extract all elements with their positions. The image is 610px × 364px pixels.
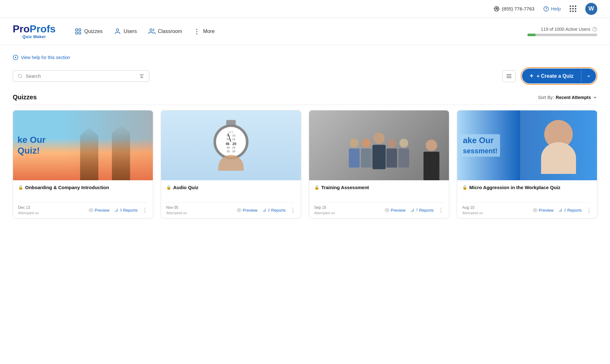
active-users-help-icon[interactable] — [592, 27, 597, 32]
card-body: 🔒 Audio Quiz Nov 05 Attempted on Preview — [161, 180, 301, 218]
lock-icon: 🔒 — [462, 185, 467, 190]
card-more-button[interactable]: ⋮ — [290, 207, 296, 213]
nav-users[interactable]: Users — [114, 28, 137, 35]
reports-button[interactable]: 7 Reports — [410, 208, 434, 213]
card-image: ke OurQuiz! — [13, 110, 153, 180]
card-title: 🔒 Onboarding & Company Introduction — [18, 185, 148, 199]
date-section: Sep 15 Attempted on — [314, 205, 335, 215]
card-title: 🔒 Audio Quiz — [166, 185, 296, 199]
card-footer: Aug 10 Attempted on Preview 2 Reports — [462, 202, 592, 215]
card-image-sunset: ke OurQuiz! — [13, 110, 153, 180]
search-box[interactable] — [13, 70, 149, 82]
logo-subtitle: Quiz Maker — [13, 35, 56, 39]
phone-number[interactable]: (855) 776-7763 — [494, 6, 535, 12]
svg-rect-3 — [76, 29, 78, 30]
list-icon — [506, 73, 512, 79]
sort-chevron-icon — [593, 95, 597, 100]
card-title: 🔒 Micro Aggression in the Workplace Quiz — [462, 185, 592, 199]
card-actions: Preview 7 Reports ⋮ — [385, 207, 444, 213]
card-title: 🔒 Training Assessment — [314, 185, 444, 199]
reports-button[interactable]: 2 Reports — [558, 208, 582, 213]
svg-point-26 — [239, 210, 240, 211]
phone-icon — [494, 6, 499, 12]
svg-rect-5 — [76, 32, 78, 34]
card-footer: Dec 13 Attempted on Preview 3 Reports — [18, 202, 148, 215]
svg-point-30 — [387, 210, 388, 211]
preview-button[interactable]: Preview — [237, 208, 257, 213]
svg-rect-6 — [79, 32, 81, 34]
lock-icon: 🔒 — [314, 185, 319, 190]
card-image: 60 5 55 10 50 15 45 20 40 25 35 30 — [161, 110, 301, 180]
logo-profs: Profs — [30, 23, 56, 35]
reports-button[interactable]: 2 Reports — [262, 208, 286, 213]
quizzes-header: Quizzes Sort By: Recent Attempts — [13, 94, 597, 105]
apps-grid-icon[interactable] — [570, 5, 576, 12]
nav-quizzes[interactable]: Quizzes — [75, 28, 103, 35]
help-link[interactable]: Help — [543, 6, 561, 12]
progress-bar-fill — [527, 34, 536, 36]
nav-bar: Pro Profs Quiz Maker Quizzes Users Class… — [0, 18, 610, 45]
svg-point-13 — [18, 74, 22, 78]
card-image-assessment: ake Oursessment! — [457, 110, 597, 180]
quiz-card: ake Oursessment! 🔒 Micro Aggression in t… — [457, 110, 597, 218]
chevron-down-icon — [586, 74, 591, 78]
date-section: Aug 10 Attempted on — [462, 205, 483, 215]
reports-button[interactable]: 3 Reports — [114, 208, 138, 213]
preview-button[interactable]: Preview — [385, 208, 405, 213]
card-actions: Preview 3 Reports ⋮ — [89, 207, 148, 213]
nav-links: Quizzes Users Classroom ⋮ More — [75, 28, 515, 35]
classroom-icon — [148, 28, 155, 35]
top-bar: (855) 776-7763 Help W — [0, 0, 610, 18]
svg-marker-12 — [15, 56, 17, 58]
logo[interactable]: Pro Profs Quiz Maker — [13, 23, 56, 39]
create-quiz-button[interactable]: + + Create a Quiz — [522, 69, 596, 83]
help-circle-icon — [543, 6, 549, 12]
card-image — [309, 110, 449, 180]
lock-icon: 🔒 — [18, 185, 23, 190]
date-section: Nov 05 Attempted on — [166, 205, 187, 215]
date-section: Dec 13 Attempted on — [18, 205, 39, 215]
quiz-card: ke OurQuiz! 🔒 Onboarding & Company Intro… — [13, 110, 153, 218]
preview-button[interactable]: Preview — [533, 208, 553, 213]
create-quiz-dropdown-arrow[interactable] — [581, 70, 596, 82]
users-icon — [114, 28, 121, 35]
view-help-link[interactable]: View help for this section — [13, 55, 597, 60]
card-image: ake Oursessment! — [457, 110, 597, 180]
main-content: View help for this section + + Create a … — [0, 45, 610, 228]
bar-chart-icon — [114, 208, 119, 213]
card-more-button[interactable]: ⋮ — [586, 207, 592, 213]
quizzes-title: Quizzes — [13, 94, 37, 101]
create-quiz-wrapper: + + Create a Quiz — [521, 67, 597, 85]
more-dots: ⋮ — [193, 28, 200, 35]
svg-point-8 — [150, 29, 152, 31]
quiz-card: 60 5 55 10 50 15 45 20 40 25 35 30 — [161, 110, 301, 218]
quizzes-icon — [75, 28, 82, 35]
search-input[interactable] — [26, 73, 136, 79]
active-users-section: 119 of 1000 Active Users — [527, 27, 597, 36]
quiz-cards-grid: ke OurQuiz! 🔒 Onboarding & Company Intro… — [13, 110, 597, 218]
logo-pro: Pro — [13, 23, 30, 35]
filter-icon — [139, 73, 145, 79]
play-circle-icon — [13, 55, 18, 60]
nav-more[interactable]: ⋮ More — [193, 28, 214, 35]
search-icon — [17, 74, 23, 79]
card-actions: Preview 2 Reports ⋮ — [237, 207, 296, 213]
svg-rect-4 — [79, 29, 81, 30]
lock-icon: 🔒 — [166, 185, 171, 190]
svg-point-7 — [116, 29, 119, 31]
sort-by[interactable]: Sort By: Recent Attempts — [538, 95, 597, 100]
user-avatar[interactable]: W — [585, 3, 597, 15]
nav-classroom[interactable]: Classroom — [148, 28, 182, 35]
bar-chart-icon — [262, 208, 267, 213]
card-more-button[interactable]: ⋮ — [142, 207, 148, 213]
bar-chart-icon — [558, 208, 563, 213]
progress-bar-bg — [527, 34, 597, 36]
list-view-button[interactable] — [502, 70, 516, 82]
quiz-card: 🔒 Training Assessment Sep 15 Attempted o… — [309, 110, 449, 218]
svg-point-34 — [535, 210, 536, 211]
preview-button[interactable]: Preview — [89, 208, 109, 213]
search-actions-row: + + Create a Quiz — [13, 67, 597, 85]
eye-icon — [237, 208, 241, 213]
card-body: 🔒 Onboarding & Company Introduction Dec … — [13, 180, 153, 218]
card-more-button[interactable]: ⋮ — [438, 207, 444, 213]
